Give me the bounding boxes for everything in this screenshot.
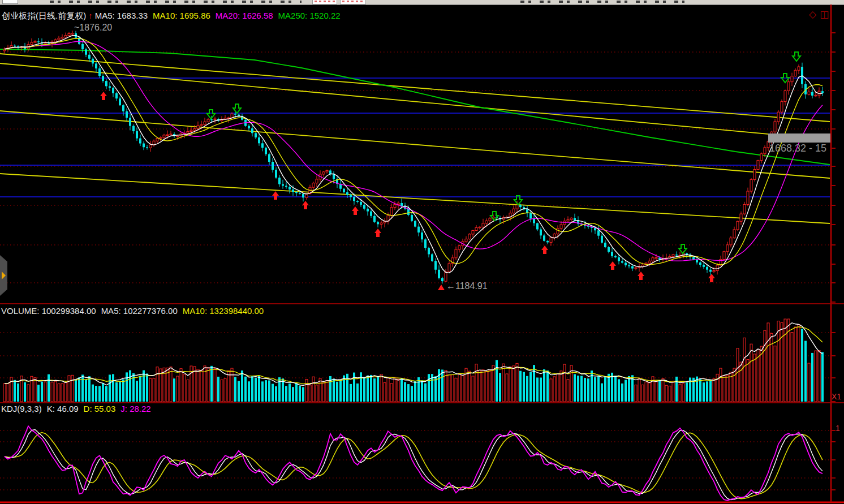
gridlines: [0, 52, 830, 490]
price-chart-canvas[interactable]: [0, 0, 844, 504]
last-price-label: 1668.32 - 15: [769, 143, 843, 154]
diamond-icon[interactable]: ◇: [809, 9, 816, 20]
kdj-j-value: J: 28.22: [120, 404, 150, 413]
kdj-j-line: [5, 426, 823, 501]
volume-ma5-value: MA5: 102277376.00: [101, 306, 178, 316]
ma250-value: MA250: 1520.22: [278, 11, 341, 20]
axes: [0, 5, 844, 502]
marked-high-label: ~1876.20: [74, 23, 112, 33]
volume-ma10-value: MA10: 132398440.00: [183, 306, 264, 316]
kdj-d-value: D: 55.03: [84, 404, 116, 413]
ma10-value: MA10: 1695.86: [153, 11, 210, 20]
sidebar-expand-handle[interactable]: [0, 255, 7, 296]
volume-scale-label: X1: [832, 392, 841, 401]
ma20-value: MA20: 1626.58: [216, 11, 273, 20]
ma10-line: [5, 38, 823, 265]
kdj-pane-header: KDJ(9,3,3)K: 46.09D: 55.03J: 28.22: [1, 404, 156, 413]
ma5-line: [5, 36, 823, 273]
signal-arrows: [100, 52, 800, 290]
marked-low-label: ←1184.91: [446, 281, 488, 291]
split-window-icon[interactable]: ◫: [820, 9, 829, 20]
kdj-scale-label: 1: [836, 424, 840, 433]
last-price-highlight-band: [768, 133, 830, 143]
volume-pane-header: VOLUME: 100299384.00MA5: 102277376.00MA1…: [1, 306, 269, 316]
symbol-title: 创业板指(日线.前复权): [2, 11, 86, 20]
trendlines: [0, 54, 830, 223]
main-pane-header: 创业板指(日线.前复权)↑MA5: 1683.33MA10: 1695.86MA…: [2, 11, 346, 21]
ma5-value: MA5: 1683.33: [95, 11, 148, 20]
volume-value: VOLUME: 100299384.00: [1, 306, 96, 316]
kdj-k-value: K: 46.09: [47, 404, 79, 413]
up-arrow-icon: ↑: [88, 11, 93, 20]
trading-terminal-window: 创业板指(日线.前复权)↑MA5: 1683.33MA10: 1695.86MA…: [0, 0, 844, 504]
pane-controls: ◇◫: [806, 8, 829, 20]
kdj-name: KDJ(9,3,3): [1, 404, 42, 413]
ma20-line: [5, 41, 823, 261]
volume-bars: [3, 319, 824, 402]
expand-arrow-icon: [2, 272, 6, 279]
kdj-d-line: [5, 433, 823, 499]
